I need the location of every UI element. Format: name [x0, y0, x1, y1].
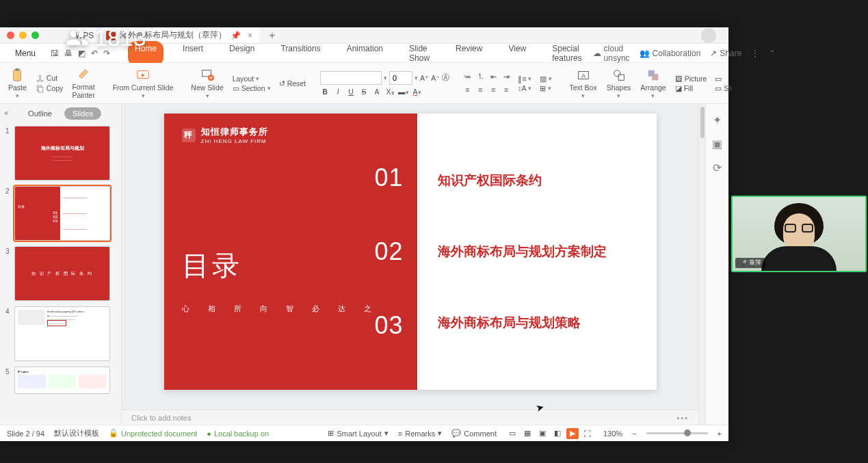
magic-icon[interactable]: ✦: [713, 114, 722, 127]
chevron-down-icon[interactable]: ▾: [415, 75, 418, 81]
slide-thumbnail-4[interactable]: Intellectual property (IP) refersto ————…: [14, 306, 110, 361]
align-left-icon[interactable]: ≡: [462, 84, 473, 95]
ribbon-tab-slideshow[interactable]: Slide Show: [402, 41, 436, 66]
align-center-icon[interactable]: ≡: [475, 84, 486, 95]
slide-thumbnail-3[interactable]: 知 识 产 权 国 际 条 约: [14, 246, 110, 301]
paste-button[interactable]: Paste▾: [5, 68, 29, 99]
line-spacing-button[interactable]: ‖≡▾: [518, 75, 531, 83]
outline-tab[interactable]: Outline: [20, 107, 60, 120]
slides-tab[interactable]: Slides: [64, 107, 101, 120]
window-zoom-button[interactable]: [31, 31, 39, 39]
slide-size-button[interactable]: ▭ Sli: [715, 84, 732, 92]
backup-status[interactable]: ● Local backup on: [207, 429, 269, 438]
vertical-scrollbar[interactable]: [698, 104, 705, 425]
fill-button[interactable]: ◪ Fill: [675, 84, 707, 92]
toc-num-1: 01: [374, 163, 403, 192]
zoom-slider[interactable]: [646, 432, 708, 434]
notes-pane[interactable]: Click to add notes •••: [122, 410, 698, 425]
font-color-button[interactable]: A▾: [412, 88, 422, 96]
font-size-input[interactable]: [389, 71, 412, 85]
slide-thumbnail-1[interactable]: 海外商标布局与规划——————————————: [14, 126, 110, 181]
current-slide[interactable]: 秤 知恒律师事务所 ZHI HENG LAW FIRM 目录 心 相 所 向 智…: [164, 114, 657, 390]
subscript-button[interactable]: X₂: [385, 88, 395, 96]
new-tab-button[interactable]: +: [263, 29, 280, 42]
tab-close-button[interactable]: ×: [245, 31, 255, 40]
thumbnail-list[interactable]: 1 海外商标布局与规划—————————————— 2 目录010203 ———…: [0, 123, 121, 425]
notes-view-icon[interactable]: ◧: [551, 428, 564, 439]
cloud-sync-button[interactable]: ☁ cloud unsync: [593, 44, 630, 63]
copy-button[interactable]: Copy: [36, 84, 64, 93]
section-button[interactable]: ▭ Section▾: [233, 84, 271, 92]
clear-format-icon[interactable]: Ⓐ: [442, 73, 449, 83]
decrease-indent-icon[interactable]: ⇤: [488, 71, 499, 82]
notes-more-icon[interactable]: •••: [676, 414, 689, 422]
align-right-icon[interactable]: ≡: [488, 84, 499, 95]
ribbon-tab-animation[interactable]: Animation: [340, 41, 390, 66]
slide-thumbnail-5[interactable]: IP rights: [14, 367, 110, 394]
protection-status[interactable]: 🔓 Unprotected document: [109, 429, 197, 438]
columns-button[interactable]: ▥▾: [540, 75, 552, 83]
window-minimize-button[interactable]: [19, 31, 27, 39]
properties-icon[interactable]: ▣: [712, 137, 722, 150]
decrease-font-icon[interactable]: A⁻: [431, 74, 440, 82]
highlight-color-button[interactable]: ▬▾: [398, 88, 409, 96]
bullets-icon[interactable]: ≔: [462, 71, 473, 82]
comment-button[interactable]: 💬 Comment: [451, 429, 497, 438]
normal-view-icon[interactable]: ▭: [506, 428, 518, 439]
bold-button[interactable]: B: [320, 88, 330, 96]
layout-button[interactable]: Layout▾: [233, 75, 271, 83]
slide-canvas[interactable]: 秤 知恒律师事务所 ZHI HENG LAW FIRM 目录 心 相 所 向 智…: [122, 104, 698, 410]
chevron-down-icon[interactable]: ▾: [384, 75, 387, 81]
reset-button[interactable]: ↺ Reset: [279, 79, 306, 88]
shapes-button[interactable]: Shapes▾: [604, 68, 634, 99]
text-effect-button[interactable]: A: [372, 88, 382, 96]
text-direction-button[interactable]: ↕A▾: [518, 84, 531, 92]
collapse-ribbon-icon[interactable]: ⌃: [769, 49, 776, 58]
justify-icon[interactable]: ≡: [501, 84, 512, 95]
pin-icon[interactable]: 📌: [231, 31, 241, 40]
menu-button[interactable]: Menu: [11, 49, 40, 58]
ribbon-tab-design[interactable]: Design: [222, 41, 261, 66]
slide-thumbnail-2[interactable]: 目录010203 —————————————————————: [14, 186, 110, 241]
zoom-level[interactable]: 130%: [603, 429, 622, 438]
outline-button[interactable]: ▭: [715, 75, 732, 83]
strikethrough-button[interactable]: S: [359, 88, 369, 96]
increase-font-icon[interactable]: A⁺: [420, 74, 429, 82]
sorter-view-icon[interactable]: ▦: [521, 428, 534, 439]
remarks-button[interactable]: ≡ Remarks ▾: [398, 429, 442, 438]
refresh-icon[interactable]: ⟳: [713, 161, 722, 174]
smart-layout-button[interactable]: ⊞ Smart Layout ▾: [328, 429, 388, 438]
share-button[interactable]: ↗ Share: [710, 49, 741, 58]
collapse-panel-icon[interactable]: «: [4, 108, 9, 118]
arrange-button[interactable]: Arrange▾: [637, 68, 668, 99]
zoom-out-icon[interactable]: −: [632, 429, 636, 438]
user-avatar[interactable]: [701, 28, 716, 43]
underline-button[interactable]: U: [346, 88, 356, 96]
fit-view-icon[interactable]: ⛶: [581, 428, 594, 439]
collaboration-button[interactable]: 👥 Collaboration: [640, 49, 701, 58]
new-slide-button[interactable]: New Slide▾: [188, 68, 226, 99]
window-close-button[interactable]: [7, 31, 14, 39]
italic-button[interactable]: I: [333, 88, 343, 96]
align-objects-button[interactable]: ⊞▾: [540, 84, 552, 92]
from-current-slide-button[interactable]: From Current Slide▾: [110, 68, 176, 99]
picture-button[interactable]: 🖼 Picture: [675, 75, 707, 83]
zoom-in-icon[interactable]: +: [718, 429, 722, 438]
slide-counter[interactable]: Slide 2 / 94: [7, 429, 44, 438]
format-painter-button[interactable]: Format Painter: [69, 67, 97, 99]
qat-save-icon[interactable]: 🖫: [51, 49, 59, 58]
kebab-menu-icon[interactable]: ⋮: [751, 49, 759, 58]
font-family-input[interactable]: [320, 71, 382, 85]
increase-indent-icon[interactable]: ⇥: [501, 71, 512, 82]
cut-button[interactable]: Cut: [36, 74, 64, 83]
slideshow-play-icon[interactable]: ▶: [566, 428, 579, 439]
numbering-icon[interactable]: ⒈: [475, 71, 486, 82]
ribbon-tab-insert[interactable]: Insert: [176, 41, 210, 66]
text-box-button[interactable]: A Text Box▾: [566, 68, 599, 99]
ribbon-tab-review[interactable]: Review: [449, 41, 489, 66]
webcam-feed[interactable]: 🎤 章萍: [731, 196, 867, 272]
ribbon-tab-view[interactable]: View: [501, 41, 533, 66]
reading-view-icon[interactable]: ▣: [536, 428, 549, 439]
ribbon-tab-special[interactable]: Special features: [545, 41, 588, 66]
ribbon-tab-transitions[interactable]: Transitions: [274, 41, 327, 66]
